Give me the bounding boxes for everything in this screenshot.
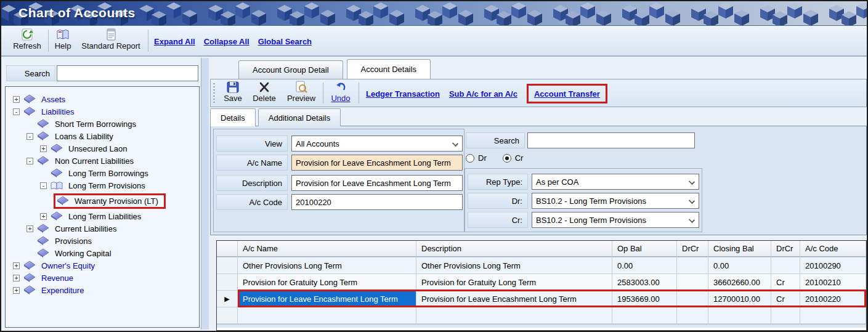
- delete-button[interactable]: Delete: [249, 81, 280, 103]
- expander-plus-icon[interactable]: +: [13, 287, 20, 294]
- grid-row-gratuity[interactable]: Provision for Gratuity Long Term Provisi…: [217, 274, 866, 291]
- tree-item-assets[interactable]: + Assets: [6, 93, 199, 105]
- title-bar: Chart of Accounts: [1, 1, 867, 26]
- ledger-diamond-icon: [23, 107, 36, 116]
- expander-plus-icon[interactable]: +: [26, 225, 33, 232]
- expander-minus-icon[interactable]: -: [40, 182, 47, 189]
- ledger-diamond-icon: [23, 261, 36, 270]
- cr-mapping-label: Cr:: [468, 212, 528, 228]
- expand-all-link[interactable]: Expand All: [154, 37, 195, 46]
- cr-radio[interactable]: Cr: [503, 153, 524, 163]
- account-details-panel: Account Group Detail Account Details Sav…: [210, 58, 867, 331]
- ledger-transaction-link[interactable]: Ledger Transaction: [366, 89, 440, 99]
- expander-plus-icon[interactable]: +: [13, 96, 20, 103]
- standard-report-button[interactable]: Standard Report: [79, 28, 143, 54]
- refresh-icon: [20, 28, 34, 41]
- expander-minus-icon[interactable]: -: [26, 133, 33, 140]
- tree-item-long-term-liabilities[interactable]: + Long Term Liabilities: [6, 210, 199, 222]
- tree-item-current-liabilities[interactable]: + Current Liabilities: [6, 222, 199, 235]
- collapse-all-link[interactable]: Collapse All: [204, 37, 249, 46]
- global-search-link[interactable]: Global Search: [258, 37, 312, 46]
- grid-row-other-provisions[interactable]: Other Provisions Long Term Other Provisi…: [217, 257, 866, 274]
- tree-item-revenue[interactable]: + Revenue: [6, 272, 199, 284]
- grid-row-leave-encashment-selected[interactable]: ▶ Provision for Leave Encashment Long Te…: [217, 291, 866, 307]
- view-dropdown[interactable]: All Accounts: [291, 136, 463, 152]
- subtab-additional-details[interactable]: Additional Details: [258, 108, 341, 126]
- expander-plus-icon[interactable]: +: [40, 145, 47, 152]
- tree-item-long-term-provisions[interactable]: - Long Term Provisions: [6, 179, 199, 192]
- account-transfer-link[interactable]: Account Transfer: [534, 89, 600, 99]
- delete-x-icon: [258, 81, 271, 94]
- ledger-diamond-icon: [37, 236, 49, 246]
- ledger-diamond-icon: [37, 156, 49, 166]
- preview-button[interactable]: Preview: [283, 81, 319, 103]
- expander-plus-icon[interactable]: +: [13, 262, 20, 269]
- ledger-diamond-icon: [23, 273, 36, 283]
- rep-type-dropdown[interactable]: As per COA: [532, 174, 699, 190]
- ac-code-input[interactable]: 20100220: [291, 194, 463, 210]
- account-form: View All Accounts A/c Name Provision for…: [210, 126, 867, 235]
- col-ac-code[interactable]: A/c Code: [800, 241, 866, 257]
- tab-account-group-detail[interactable]: Account Group Detail: [238, 60, 343, 79]
- view-label: View: [216, 136, 288, 152]
- form-search-input[interactable]: [527, 132, 695, 148]
- col-closing-bal[interactable]: Closing Bal: [708, 241, 771, 257]
- col-op-bal[interactable]: Op Bal: [612, 241, 677, 257]
- tree-search-label: Search: [6, 65, 55, 81]
- undo-button[interactable]: Undo: [328, 81, 354, 103]
- grid-row-empty[interactable]: [217, 307, 866, 324]
- cr-mapping-dropdown[interactable]: BS10.2 - Long Term Provisions: [532, 212, 699, 228]
- refresh-button[interactable]: Refresh: [10, 28, 44, 54]
- annotation-red-box: Warranty Provision (LT): [54, 193, 166, 209]
- panel-splitter[interactable]: [201, 58, 209, 330]
- col-drcr[interactable]: DrCr: [677, 241, 708, 257]
- help-button[interactable]: Help: [52, 28, 74, 54]
- tree-item-short-term-borrowings[interactable]: Short Term Borrowings: [6, 118, 199, 130]
- tree-item-liabilities[interactable]: - Liabilities: [6, 105, 199, 118]
- chevron-down-icon: [689, 198, 695, 204]
- tree-item-long-term-borrowings[interactable]: Long Term Borrowings: [6, 167, 199, 179]
- form-search-label: Search: [466, 132, 525, 148]
- expander-minus-icon[interactable]: -: [13, 108, 20, 115]
- tree-item-provisions[interactable]: Provisions: [6, 235, 199, 247]
- description-input[interactable]: Provision for Leave Encashment Long Term: [291, 175, 463, 191]
- ac-code-label: A/c Code: [216, 194, 288, 210]
- tree-item-loans-liability[interactable]: - Loans & Liability: [6, 130, 199, 142]
- col-description[interactable]: Description: [416, 241, 612, 257]
- ledger-diamond-icon: [23, 285, 36, 295]
- report-mapping-group: Rep Type: As per COA Dr: BS10.2 - Long T…: [464, 168, 702, 232]
- ac-name-label: A/c Name: [216, 155, 288, 171]
- ac-name-input[interactable]: Provision for Leave Encashment Long Term: [291, 155, 463, 171]
- ledger-diamond-icon: [37, 248, 49, 258]
- help-book-icon: [56, 28, 70, 41]
- action-toolbar: Save Delete Preview Undo: [210, 79, 867, 107]
- toolbar-grip-handle[interactable]: [213, 83, 215, 103]
- report-document-icon: [104, 28, 118, 41]
- tab-account-details[interactable]: Account Details: [347, 59, 431, 79]
- dr-mapping-dropdown[interactable]: BS10.2 - Long Term Provisions: [532, 193, 699, 209]
- radio-unselected-icon: [466, 154, 474, 163]
- dr-radio[interactable]: Dr: [466, 153, 487, 163]
- tree-item-unsecured-laon[interactable]: + Unsecured Laon: [6, 142, 199, 155]
- main-toolbar: Refresh Help Standard Report Expand All …: [1, 26, 867, 57]
- subtab-details[interactable]: Details: [210, 108, 256, 126]
- ledger-diamond-icon: [23, 94, 36, 104]
- tree-item-warranty-provision-lt[interactable]: Warranty Provision (LT): [6, 192, 199, 210]
- save-button[interactable]: Save: [219, 81, 246, 103]
- tree-item-owners-equity[interactable]: + Owner's Equity: [6, 259, 199, 272]
- tree-item-expenditure[interactable]: + Expenditure: [6, 284, 199, 296]
- tree-item-working-capital[interactable]: Working Capital: [6, 247, 199, 259]
- radio-selected-icon: [503, 154, 511, 163]
- col-ac-name[interactable]: A/c Name: [238, 241, 416, 257]
- tree-item-non-current-liabilities[interactable]: - Non Current Liabilities: [6, 155, 199, 167]
- open-book-icon: [51, 180, 63, 190]
- expander-plus-icon[interactable]: +: [40, 213, 47, 220]
- sub-ac-for-an-ac-link[interactable]: Sub A/c for an A/c: [449, 89, 517, 99]
- expander-minus-icon[interactable]: -: [26, 158, 33, 164]
- annotation-red-box: Account Transfer: [527, 84, 607, 103]
- col-drcr-2[interactable]: DrCr: [771, 241, 800, 257]
- tree-search-input[interactable]: [57, 65, 198, 81]
- selected-row-arrow: ▶: [217, 291, 238, 307]
- expander-plus-icon[interactable]: +: [13, 275, 20, 281]
- row-selector-header: [217, 241, 238, 257]
